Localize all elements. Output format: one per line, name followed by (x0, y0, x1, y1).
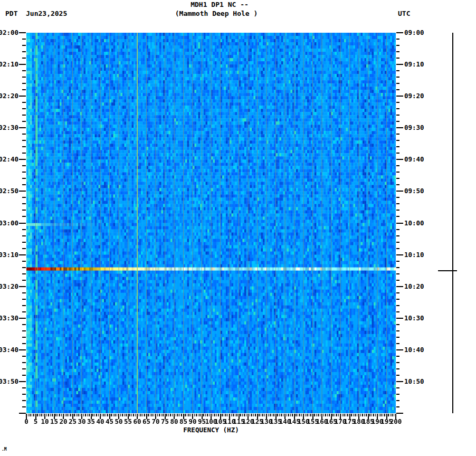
x-tick-label: 200 (390, 418, 402, 425)
x-tick-label: 75 (161, 418, 169, 425)
left-axis-minor-tick (22, 102, 26, 103)
x-axis-minor-tick (347, 414, 348, 416)
right-axis-minor-tick (396, 184, 399, 185)
x-axis-minor-tick (96, 414, 97, 416)
x-axis-minor-tick (196, 414, 197, 416)
x-axis-minor-tick (231, 414, 232, 416)
left-axis-minor-tick (22, 210, 26, 211)
left-axis-minor-tick (22, 70, 26, 71)
x-axis-minor-tick (80, 414, 81, 416)
timezone-right-label: UTC (398, 10, 410, 17)
left-axis-minor-tick (22, 51, 26, 52)
left-axis-minor-tick (22, 58, 26, 59)
left-axis-minor-tick (22, 140, 26, 141)
right-axis-minor-tick (396, 58, 399, 59)
x-tick-label: 15 (50, 418, 58, 425)
x-axis-minor-tick (39, 414, 40, 416)
x-tick-label: 70 (151, 418, 159, 425)
x-axis-minor-tick (394, 414, 395, 416)
x-axis-minor-tick (336, 414, 337, 416)
x-axis-minor-tick (187, 414, 188, 416)
x-axis-minor-tick (259, 414, 260, 416)
left-time-label: 02:20 (0, 92, 18, 99)
right-axis-major-tick (396, 127, 403, 128)
left-axis-major-tick (19, 381, 26, 382)
right-axis-minor-tick (396, 273, 399, 274)
left-axis-minor-tick (22, 45, 26, 46)
left-axis-minor-tick (22, 172, 26, 173)
x-axis-minor-tick (50, 414, 51, 416)
x-axis-minor-tick (369, 414, 370, 416)
right-time-label: 09:30 (404, 124, 424, 131)
right-axis-minor-tick (396, 108, 399, 109)
x-axis-minor-tick (55, 414, 56, 416)
x-axis-minor-tick (244, 414, 245, 416)
x-tick-label: 40 (96, 418, 104, 425)
station-title: MDH1 DP1 NC -- (191, 1, 249, 8)
left-axis-major-tick (19, 286, 26, 287)
right-axis-minor-tick (396, 121, 399, 122)
right-axis-major-tick (396, 223, 403, 224)
right-axis-major-tick (396, 64, 403, 65)
x-axis-minor-tick (168, 414, 169, 416)
x-axis-minor-tick (320, 414, 321, 416)
x-axis-minor-tick (181, 414, 182, 416)
x-axis-minor-tick (250, 414, 251, 416)
left-axis-minor-tick (22, 292, 26, 293)
left-axis-minor-tick (22, 375, 26, 376)
x-axis-minor-tick (198, 414, 199, 416)
x-axis-minor-tick (305, 414, 306, 416)
x-axis-minor-tick (335, 414, 336, 416)
x-tick-label: 25 (69, 418, 77, 425)
x-axis-minor-tick (353, 414, 354, 416)
x-axis-minor-tick (151, 414, 153, 416)
x-axis-title: FREQUENCY (HZ) (183, 426, 239, 433)
right-axis-minor-tick (396, 394, 399, 395)
x-axis-minor-tick (66, 414, 68, 416)
right-axis-minor-tick (396, 70, 399, 71)
x-axis-minor-tick (207, 414, 208, 416)
right-axis-minor-tick (396, 261, 399, 262)
x-axis-minor-tick (98, 414, 99, 416)
x-axis-minor-tick (46, 414, 47, 416)
left-time-label: 02:30 (0, 124, 18, 131)
left-axis-major-tick (19, 318, 26, 319)
corner-mark: .M (2, 448, 7, 452)
x-axis-minor-tick (32, 414, 33, 416)
left-time-label: 03:00 (0, 220, 18, 226)
right-time-label: 09:00 (404, 29, 424, 36)
right-axis-major-tick (396, 191, 403, 192)
x-axis-minor-tick (372, 414, 373, 416)
x-axis-minor-tick (124, 414, 125, 416)
left-axis-major-tick (19, 349, 26, 350)
left-axis-minor-tick (22, 311, 26, 312)
left-axis-major-tick (19, 413, 26, 414)
x-axis-minor-tick (140, 414, 141, 416)
x-axis-minor-tick (185, 414, 186, 416)
right-axis-minor-tick (396, 89, 399, 90)
right-axis-minor-tick (396, 45, 399, 46)
x-axis-minor-tick (170, 414, 171, 416)
x-axis-minor-tick (235, 414, 236, 416)
x-axis-minor-tick (281, 414, 282, 416)
left-time-label: 03:50 (0, 378, 18, 385)
x-axis-minor-tick (41, 414, 42, 416)
x-axis-minor-tick (70, 414, 71, 416)
x-axis-minor-tick (209, 414, 210, 416)
x-axis-minor-tick (390, 414, 391, 416)
x-axis-minor-tick (191, 414, 192, 416)
x-axis-minor-tick (233, 414, 234, 416)
x-axis-minor-tick (157, 414, 158, 416)
left-axis-minor-tick (22, 248, 26, 249)
x-axis-minor-tick (296, 414, 297, 416)
right-axis-major-tick (396, 318, 403, 319)
left-axis-minor-tick (22, 39, 26, 40)
station-subtitle: (Mammoth Deep Hole ) (175, 10, 258, 17)
left-axis-minor-tick (22, 229, 26, 230)
right-axis-minor-tick (396, 406, 399, 407)
x-axis-minor-tick (240, 414, 241, 416)
left-time-label: 03:40 (0, 346, 18, 353)
left-time-label: 02:00 (0, 29, 18, 36)
left-axis-minor-tick (22, 343, 26, 344)
left-time-label: 03:10 (0, 251, 18, 258)
